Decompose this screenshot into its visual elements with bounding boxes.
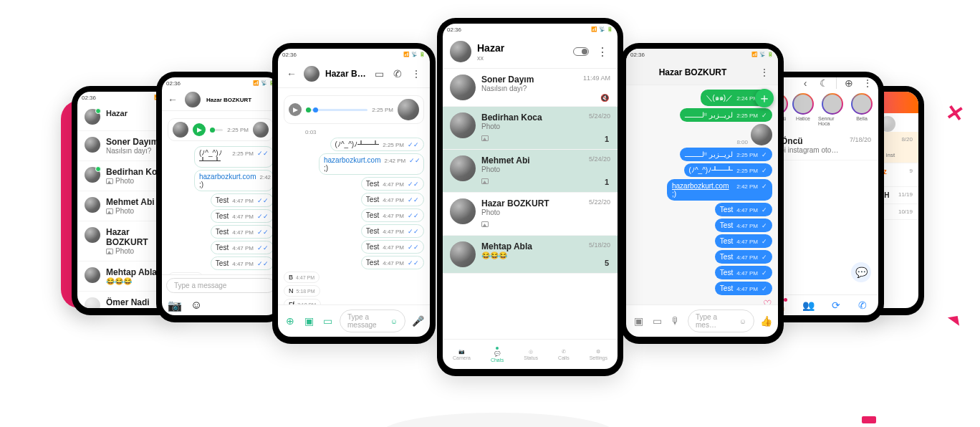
back-icon[interactable]: ‹ [799,77,812,90]
chat-bubble[interactable]: Test4:47 PM✓✓ [361,208,424,222]
chat-body[interactable]: ▶ 2:25 PM (ﾉ^_^)ﾉ┻━┻2:25 PM✓✓ hazarbozku… [162,111,279,274]
story-item[interactable]: Bella [851,93,873,126]
chat-bubble[interactable]: لــــــــᵎᵎ لریــزبر2:25 PM✓ [680,108,772,122]
status-bar: 02:36📶 📡 🔋 [278,49,430,60]
chat-body[interactable]: ＼(๑๑)／2:24 PM✓ لــــــــᵎᵎ لریــزبر2:25 … [626,85,778,304]
avatar[interactable] [450,198,476,224]
chat-bubble[interactable]: Test4:47 PM✓✓ [361,256,424,269]
avatar[interactable] [304,66,320,82]
chat-body[interactable]: ▶ 2:25 PM 0:03 (ﾉ^_^)ﾉ┻━┻2:25 PM✓✓ hazar… [278,88,430,304]
more-icon[interactable]: ⋮ [595,44,610,59]
story-item[interactable]: Sennur Hoca [818,93,847,126]
compose-bar: ▣ ▭ 🎙 Type a mes… ☺ 👍 [626,304,778,337]
people-icon[interactable]: 👥 [802,299,815,311]
avatar[interactable] [450,241,476,267]
phone-chat-white: 02:36📶 📡 🔋 ← Hazar BOZKURT ▭ ✆ ⋮ ▶ 2:25 … [272,43,436,344]
camera-icon[interactable]: ▣ [302,315,315,327]
compose-input[interactable]: Type a message [166,278,275,293]
phone-icon[interactable]: ✆ [858,299,867,311]
refresh-icon[interactable]: ⟳ [832,299,840,311]
voice-message[interactable]: ▶ 2:25 PM [284,95,424,124]
chat-bubble[interactable]: Test4:47 PM✓✓ [361,177,424,191]
compose-bar: Type a message [162,274,279,296]
emoji-icon[interactable]: ☺ [739,317,746,325]
compose-input[interactable]: Type a message ☺ [340,310,405,332]
chat-bubble[interactable]: hazarbozkurt.com ;)2:42 PM✓✓ [194,170,274,191]
gallery-icon[interactable]: ▭ [321,315,334,327]
phone-icon[interactable]: ✆ [391,67,404,80]
chat-bubble[interactable]: Test4:47 PM✓✓ [361,224,424,238]
chat-bubble[interactable]: Test4:47 PM✓ [715,266,772,279]
chat-bubble[interactable]: Test4:47 PM✓ [715,234,772,248]
avatar[interactable] [450,112,476,138]
decoration-blob [380,413,616,427]
add-icon[interactable]: ⊕ [284,315,297,327]
camera-icon: 📷 [458,349,465,355]
camera-icon[interactable]: ▣ [632,315,645,327]
chat-bubble[interactable]: Test4:47 PM✓✓ [211,209,274,223]
chat-bubble[interactable]: hazarbozkurt.com ;)2:42 PM✓ [667,179,772,201]
avatar[interactable] [185,92,201,107]
chat-bubble[interactable]: Test4:47 PM✓ [715,250,772,264]
back-icon[interactable]: ← [285,67,298,80]
emoji-icon[interactable]: ☺ [390,317,398,325]
chat-bubble[interactable]: (ﾉ^_^)ﾉ┻━┻2:25 PM✓✓ [330,138,424,151]
zoom-icon[interactable]: ⊕ [842,77,855,90]
list-item[interactable]: Mehmet AbiPhoto 5/24/20 1 [443,150,618,193]
compose-input[interactable]: Type a mes… ☺ [688,310,754,332]
emoji-icon[interactable]: ☺ [191,299,202,312]
more-icon[interactable]: ⋮ [861,77,874,90]
chat-bubble-in[interactable]: Ff7:10 PM [284,299,321,304]
tab-chats[interactable]: 💬Chats [491,347,504,363]
story-item[interactable]: Hatice [792,93,814,126]
list-item[interactable]: Bedirhan KocaPhoto 5/24/20 1 [443,107,618,150]
chat-bubble[interactable]: hazarbozkurt.com ;)2:42 PM✓✓ [319,153,424,175]
photo-icon [481,221,489,227]
chat-bubble[interactable]: Test4:47 PM✓✓ [211,256,274,270]
chat-list[interactable]: Soner DayımNasılsın dayı? 11:49 AM 🔇 Bed… [443,69,618,339]
list-item[interactable]: Soner DayımNasılsın dayı? 11:49 AM 🔇 [443,69,618,107]
chat-bubble[interactable]: Test4:47 PM✓✓ [211,193,274,207]
chat-bubble-in[interactable]: N5:18 PM [284,285,320,297]
avatar[interactable] [450,155,476,181]
chat-bubble[interactable]: Test4:47 PM✓✓ [361,240,424,254]
video-icon[interactable]: ▭ [373,67,385,80]
chat-bubble[interactable]: Test4:47 PM✓ [715,282,772,295]
more-icon[interactable]: ⋮ [758,66,771,79]
mic-icon[interactable]: 🎤 [411,315,424,327]
chat-bubble[interactable]: Test4:47 PM✓✓ [211,225,274,239]
moon-icon[interactable]: ☾ [817,77,830,90]
chat-fab[interactable]: 💬 [851,262,871,282]
status-icon: ◎ [529,349,533,355]
camera-icon[interactable]: 📷 [168,299,182,312]
more-icon[interactable]: ⋮ [410,67,423,80]
tab-camera[interactable]: 📷Camera [453,349,471,360]
voice-message[interactable]: ▶ 2:25 PM [168,118,274,141]
phone-chat-white-small: 02:36📶 📡 🔋 ← Hazar BOZKURT ▶ 2:25 PM (ﾉ^… [156,72,285,322]
tab-settings[interactable]: ⚙Settings [590,349,607,360]
chat-bubble[interactable]: Test4:47 PM✓✓ [211,241,274,254]
list-item[interactable]: Hazar BOZKURTPhoto 5/22/20 [443,193,618,236]
list-item[interactable]: Mehtap Abla😂😂😂 5/18/20 5 [443,236,618,274]
theme-toggle[interactable] [573,47,589,56]
gallery-icon[interactable]: ▭ [650,315,663,327]
heart-icon[interactable]: ♡ [763,298,772,304]
chat-bubble[interactable]: (ﾉ^_^)ﾉ┻━┻2:25 PM✓ [684,163,772,177]
back-icon[interactable]: ← [166,93,179,106]
avatar[interactable] [450,75,476,100]
tab-calls[interactable]: ✆Calls [558,349,570,360]
my-avatar[interactable] [450,41,471,62]
mic-icon[interactable]: 🎙 [669,315,682,327]
chat-bubble[interactable]: Test4:47 PM✓ [715,203,772,216]
play-icon[interactable]: ▶ [193,123,206,136]
chat-bubble[interactable]: لــــــــᵎᵎ لریــزبر2:25 PM✓ [680,148,772,161]
chat-bubble[interactable]: (ﾉ^_^)ﾉ┻━┻2:25 PM✓✓ [194,146,274,168]
thumb-icon[interactable]: 👍 [760,315,772,327]
chat-bubble[interactable]: Test4:47 PM✓ [715,219,772,232]
tab-status[interactable]: ◎Status [524,349,538,360]
play-icon[interactable]: ▶ [289,103,302,116]
chat-bubble-in[interactable]: B4:47 PM [284,272,320,283]
avatar [751,124,772,145]
new-chat-fab[interactable]: ＋ [755,89,774,107]
chat-bubble[interactable]: Test4:47 PM✓✓ [361,193,424,206]
